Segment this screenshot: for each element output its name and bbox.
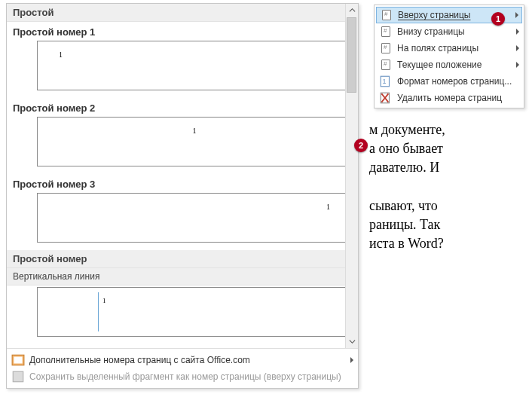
footer-label: Дополнительные номера страниц с сайта Of…: [29, 355, 250, 365]
menu-item-current-position[interactable]: Текущее положение: [376, 56, 522, 73]
menu-item-bottom-of-page[interactable]: Внизу страницы: [376, 23, 522, 40]
footer-label: Сохранить выделенный фрагмент как номер …: [29, 371, 341, 382]
gallery-group-header-2: Простой номер: [7, 250, 358, 268]
scroll-thumb[interactable]: [347, 17, 356, 93]
scroll-up-button[interactable]: [346, 4, 358, 17]
svg-rect-7: [13, 371, 23, 382]
chevron-right-icon: [516, 29, 519, 35]
page-number-sample: 1: [326, 203, 330, 211]
gallery-footer: Дополнительные номера страниц с сайта Of…: [7, 348, 358, 388]
menu-item-label: Формат номеров страниц...: [397, 76, 519, 87]
gallery-item-simple-2[interactable]: 1: [37, 117, 352, 166]
gallery-item-label: Вертикальная линия: [7, 268, 358, 286]
menu-item-label: Внизу страницы: [397, 26, 512, 37]
scroll-down-button[interactable]: [346, 335, 358, 348]
page-number-sample: 1: [59, 50, 63, 59]
chevron-right-icon: [350, 357, 353, 363]
page-number-gallery: Простой Простой номер 1 1 Простой номер …: [6, 3, 359, 389]
delete-icon: [379, 91, 393, 105]
chevron-right-icon: [516, 45, 519, 51]
chevron-right-icon: [516, 62, 519, 68]
office-icon: [11, 353, 25, 367]
svg-text:1: 1: [383, 78, 387, 85]
callout-badge-2: 2: [354, 139, 368, 152]
menu-item-label: Удалить номера страниц: [397, 93, 519, 103]
gallery-item-label: Простой номер 3: [7, 174, 358, 191]
document-body-text: м документе, а оно бывает давателю. И сы…: [369, 121, 527, 253]
footer-more-from-office[interactable]: Дополнительные номера страниц с сайта Of…: [8, 352, 356, 368]
page-margin-icon: [379, 41, 393, 55]
menu-item-label: На полях страницы: [397, 43, 512, 53]
page-bottom-icon: [379, 25, 393, 38]
menu-item-remove-page-numbers[interactable]: Удалить номера страниц: [376, 90, 522, 106]
page-number-sample: 1: [193, 127, 197, 135]
gallery-item-label: Простой номер 2: [7, 98, 358, 115]
gallery-item-simple-1[interactable]: 1: [37, 41, 352, 90]
gallery-group-header: Простой: [7, 4, 358, 22]
page-top-icon: [380, 8, 393, 22]
gallery-item-label: Простой номер 1: [7, 22, 358, 39]
gallery-scroll-area: Простой Простой номер 1 1 Простой номер …: [7, 4, 358, 348]
menu-item-page-margins[interactable]: На полях страницы: [376, 40, 522, 56]
format-icon: 1: [379, 75, 393, 88]
svg-rect-6: [14, 357, 22, 364]
gallery-scrollbar[interactable]: [345, 4, 358, 348]
gallery-item-vertical-line[interactable]: 1: [37, 287, 352, 337]
page-number-sample: 1: [102, 297, 106, 304]
callout-badge-1: 1: [491, 12, 505, 26]
menu-item-label: Текущее положение: [397, 60, 512, 70]
chevron-right-icon: [515, 12, 518, 18]
footer-save-selection: Сохранить выделенный фрагмент как номер …: [8, 368, 356, 385]
gallery-item-simple-3[interactable]: 1: [37, 193, 352, 243]
menu-item-format-page-numbers[interactable]: 1 Формат номеров страниц...: [376, 73, 522, 90]
save-icon: [11, 370, 25, 383]
page-current-icon: [379, 58, 393, 72]
